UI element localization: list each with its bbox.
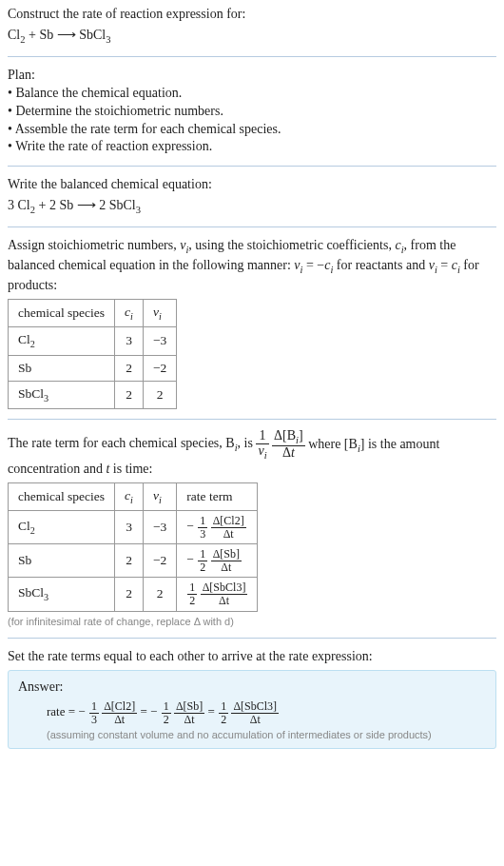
answer-label: Answer: [18, 679, 486, 697]
cell-c: 2 [115, 578, 144, 611]
intro-prompt: Construct the rate of reaction expressio… [8, 6, 496, 24]
cell-nu: 2 [143, 578, 176, 611]
set-equal-text: Set the rate terms equal to each other t… [8, 648, 496, 666]
answer-rate-expression: rate = − 13 Δ[Cl2]Δt = − 12 Δ[Sb]Δt = 12… [18, 700, 486, 725]
balanced-equation: 3 Cl2 + 2 Sb ⟶ 2 SbCl3 [8, 196, 496, 217]
plan-section: Plan: • Balance the chemical equation. •… [8, 67, 496, 156]
answer-box: Answer: rate = − 13 Δ[Cl2]Δt = − 12 Δ[Sb… [8, 670, 496, 749]
cell-nu: 2 [143, 381, 176, 408]
plan-item: • Determine the stoichiometric numbers. [8, 103, 496, 121]
table-row: SbCl3 2 2 [9, 381, 177, 408]
cell-nu: −2 [143, 544, 176, 578]
stoich-section: Assign stoichiometric numbers, νi, using… [8, 237, 496, 409]
infinitesimal-note: (for infinitesimal rate of change, repla… [8, 615, 496, 629]
cell-rate-term: − 13 Δ[Cl2]Δt [177, 510, 258, 543]
col-rate: rate term [177, 482, 258, 510]
col-species: chemical species [9, 300, 115, 327]
cell-species: Cl2 [9, 327, 115, 355]
divider [8, 56, 496, 57]
rate-term-section: The rate term for each chemical species,… [8, 429, 496, 628]
cell-species: SbCl3 [9, 381, 115, 408]
cell-species: SbCl3 [9, 578, 115, 611]
plan-item: • Balance the chemical equation. [8, 85, 496, 103]
intro-section: Construct the rate of reaction expressio… [8, 6, 496, 47]
cell-c: 2 [115, 381, 144, 408]
col-nu: νi [143, 300, 176, 327]
stoich-table: chemical species ci νi Cl2 3 −3 Sb 2 −2 … [8, 299, 177, 409]
divider [8, 226, 496, 227]
divider [8, 638, 496, 639]
cell-nu: −3 [143, 327, 176, 355]
divider [8, 166, 496, 167]
col-nu: νi [143, 482, 176, 510]
plan-item: • Assemble the rate term for each chemic… [8, 121, 496, 139]
cell-c: 2 [115, 544, 144, 578]
rate-term-intro: The rate term for each chemical species,… [8, 429, 496, 478]
cell-c: 3 [115, 510, 144, 543]
cell-nu: −2 [143, 355, 176, 381]
rate-term-table: chemical species ci νi rate term Cl2 3 −… [8, 482, 258, 612]
table-row: Cl2 3 −3 − 13 Δ[Cl2]Δt [9, 510, 258, 543]
cell-rate-term: − 12 Δ[Sb]Δt [177, 544, 258, 578]
cell-species: Sb [9, 544, 115, 578]
intro-equation: Cl2 + Sb ⟶ SbCl3 [8, 26, 496, 47]
cell-species: Sb [9, 355, 115, 381]
cell-species: Cl2 [9, 510, 115, 543]
cell-rate-term: 12 Δ[SbCl3]Δt [177, 578, 258, 611]
table-row: Sb 2 −2 [9, 355, 177, 381]
balanced-label: Write the balanced chemical equation: [8, 176, 496, 194]
cell-nu: −3 [143, 510, 176, 543]
table-row: Cl2 3 −3 [9, 327, 177, 355]
balanced-section: Write the balanced chemical equation: 3 … [8, 176, 496, 217]
cell-c: 3 [115, 327, 144, 355]
table-header-row: chemical species ci νi rate term [9, 482, 258, 510]
table-row: SbCl3 2 2 12 Δ[SbCl3]Δt [9, 578, 258, 611]
cell-c: 2 [115, 355, 144, 381]
answer-assumption: (assuming constant volume and no accumul… [18, 728, 486, 742]
stoich-intro: Assign stoichiometric numbers, νi, using… [8, 237, 496, 295]
col-c: ci [115, 482, 144, 510]
divider [8, 419, 496, 420]
col-species: chemical species [9, 482, 115, 510]
plan-label: Plan: [8, 67, 496, 85]
plan-item: • Write the rate of reaction expression. [8, 138, 496, 156]
col-c: ci [115, 300, 144, 327]
final-section: Set the rate terms equal to each other t… [8, 648, 496, 749]
table-header-row: chemical species ci νi [9, 300, 177, 327]
table-row: Sb 2 −2 − 12 Δ[Sb]Δt [9, 544, 258, 578]
